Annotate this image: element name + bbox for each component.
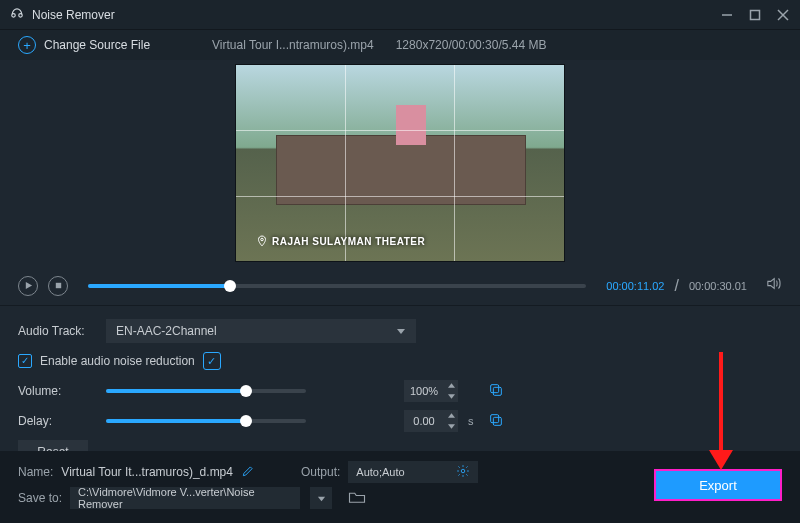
change-source-label: Change Source File <box>44 38 150 52</box>
delay-row: Delay: 0.00 s <box>18 406 782 436</box>
chevron-down-icon <box>448 394 455 399</box>
export-label: Export <box>699 478 737 493</box>
app-title: Noise Remover <box>32 8 115 22</box>
volume-apply-all-button[interactable] <box>488 382 504 401</box>
delay-apply-all-button[interactable] <box>488 412 504 431</box>
output-settings-button[interactable] <box>456 464 470 480</box>
svg-marker-14 <box>448 413 455 417</box>
volume-label: Volume: <box>18 384 96 398</box>
noise-reduction-checkbox[interactable] <box>18 354 32 368</box>
volume-slider-fill <box>106 389 246 393</box>
folder-icon <box>348 490 366 504</box>
delay-stepper[interactable] <box>444 410 458 432</box>
svg-rect-17 <box>491 414 499 422</box>
duration-time: 00:00:30.01 <box>689 280 747 292</box>
volume-value: 100% <box>404 385 444 397</box>
svg-marker-7 <box>25 282 31 289</box>
play-button[interactable] <box>18 276 38 296</box>
playback-bar: 00:00:11.02/00:00:30.01 <box>0 266 800 306</box>
window-controls <box>720 8 790 22</box>
output-label: Output: <box>301 465 340 479</box>
noise-reduction-row: Enable audio noise reduction ✓ <box>18 346 782 376</box>
output-name-value: Virtual Tour It...tramuros)_d.mp4 <box>61 465 233 479</box>
svg-marker-9 <box>397 329 405 334</box>
volume-stepper[interactable] <box>444 380 458 402</box>
controls-panel: Audio Track: EN-AAC-2Channel Enable audi… <box>0 306 800 472</box>
noise-reduction-icon[interactable]: ✓ <box>203 352 221 370</box>
titlebar-left: Noise Remover <box>10 6 115 23</box>
timeline-knob[interactable] <box>224 280 236 292</box>
preview-caption: RAJAH SULAYMAN THEATER <box>256 235 425 247</box>
preview-scene-accent <box>396 105 426 145</box>
svg-marker-15 <box>448 424 455 428</box>
delay-slider[interactable] <box>106 419 306 423</box>
name-label: Name: <box>18 465 53 479</box>
save-path-dropdown[interactable] <box>310 487 332 509</box>
close-button[interactable] <box>776 8 790 22</box>
save-path-value: C:\Vidmore\Vidmore V...verter\Noise Remo… <box>78 486 292 510</box>
audio-track-value: EN-AAC-2Channel <box>116 324 217 338</box>
chevron-up-icon <box>448 383 455 388</box>
preview-scene <box>276 135 526 205</box>
rename-button[interactable] <box>241 464 255 481</box>
app-window: Noise Remover + Change Source File Virtu… <box>0 0 800 523</box>
svg-marker-11 <box>448 394 455 398</box>
source-toolbar: + Change Source File Virtual Tour I...nt… <box>0 30 800 60</box>
save-to-label: Save to: <box>18 491 62 505</box>
gear-icon <box>456 464 470 478</box>
stop-button[interactable] <box>48 276 68 296</box>
audio-track-select[interactable]: EN-AAC-2Channel <box>106 319 416 343</box>
bottom-bar: Name: Virtual Tour It...tramuros)_d.mp4 … <box>0 451 800 523</box>
output-format-select[interactable]: Auto;Auto <box>348 461 478 483</box>
timeline-slider[interactable] <box>88 284 586 288</box>
svg-rect-16 <box>493 417 501 425</box>
chevron-down-icon <box>317 494 326 503</box>
play-icon <box>24 281 33 290</box>
svg-rect-12 <box>493 387 501 395</box>
volume-slider[interactable] <box>106 389 306 393</box>
current-time: 00:00:11.02 <box>606 280 664 292</box>
source-filename: Virtual Tour I...ntramuros).mp4 <box>212 38 374 52</box>
delay-spinner[interactable]: 0.00 <box>404 410 458 432</box>
pin-icon <box>256 235 268 247</box>
chevron-down-icon <box>396 326 406 336</box>
change-source-button[interactable]: + Change Source File <box>18 36 150 54</box>
noise-reduction-label: Enable audio noise reduction <box>40 354 195 368</box>
chevron-down-icon <box>448 424 455 429</box>
source-metadata: 1280x720/00:00:30/5.44 MB <box>396 38 547 52</box>
volume-icon-button[interactable] <box>765 275 782 296</box>
video-preview[interactable]: RAJAH SULAYMAN THEATER <box>235 64 565 262</box>
minimize-button[interactable] <box>720 8 734 22</box>
preview-area: RAJAH SULAYMAN THEATER <box>0 60 800 266</box>
delay-unit: s <box>468 415 478 427</box>
svg-rect-3 <box>751 10 760 19</box>
preview-caption-text: RAJAH SULAYMAN THEATER <box>272 236 425 247</box>
volume-slider-knob[interactable] <box>240 385 252 397</box>
save-path-field[interactable]: C:\Vidmore\Vidmore V...verter\Noise Remo… <box>70 487 300 509</box>
delay-label: Delay: <box>18 414 96 428</box>
export-button[interactable]: Export <box>654 469 782 501</box>
svg-point-0 <box>12 14 16 17</box>
output-format-value: Auto;Auto <box>356 466 450 478</box>
svg-rect-13 <box>491 384 499 392</box>
svg-marker-19 <box>317 496 324 501</box>
chevron-up-icon <box>448 413 455 418</box>
plus-circle-icon: + <box>18 36 36 54</box>
speaker-icon <box>765 275 782 292</box>
delay-slider-knob[interactable] <box>240 415 252 427</box>
titlebar: Noise Remover <box>0 0 800 30</box>
audio-track-label: Audio Track: <box>18 324 96 338</box>
timeline-fill <box>88 284 230 288</box>
delay-value: 0.00 <box>404 415 444 427</box>
open-folder-button[interactable] <box>348 490 366 507</box>
svg-point-18 <box>462 469 466 473</box>
copy-icon <box>488 382 504 398</box>
copy-icon <box>488 412 504 428</box>
svg-rect-8 <box>55 283 60 288</box>
app-logo-icon <box>10 6 24 23</box>
maximize-button[interactable] <box>748 8 762 22</box>
svg-point-6 <box>261 238 264 241</box>
volume-spinner[interactable]: 100% <box>404 380 458 402</box>
time-separator: / <box>674 277 678 295</box>
svg-marker-10 <box>448 383 455 387</box>
